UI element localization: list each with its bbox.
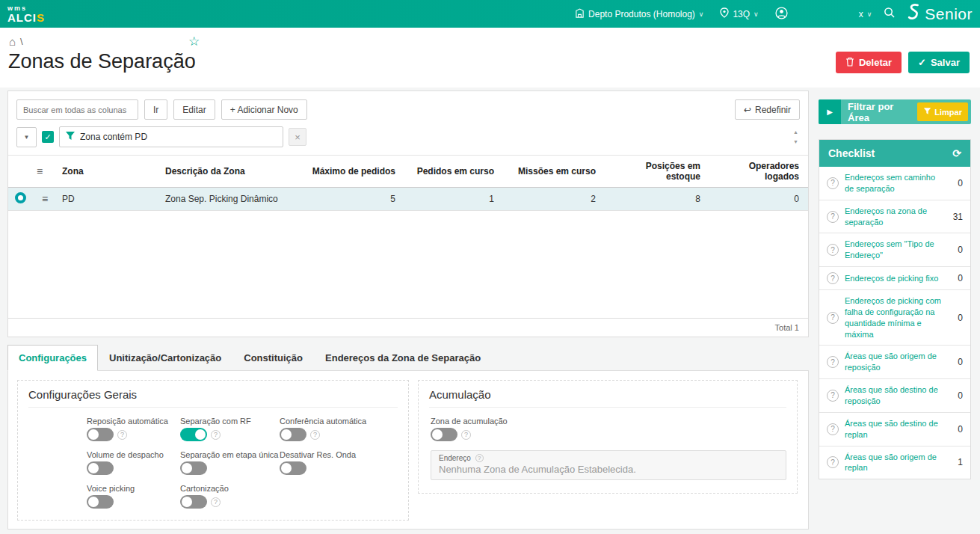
filter-by-area-button[interactable]: ▶ Filtrar por Área Limpar (819, 99, 971, 124)
reposicao-automatica-toggle[interactable] (87, 428, 114, 441)
checklist-count: 31 (951, 212, 963, 222)
cell-pedidos: 1 (404, 188, 503, 211)
depot-label: Depto Produtos (Homolog) (588, 9, 695, 19)
column-maximo[interactable]: Máximo de pedidos (295, 156, 404, 188)
table-row[interactable]: ≡ PD Zona Sep. Picking Dinâmico 5 1 2 8 … (8, 188, 808, 211)
column-missoes[interactable]: Missões em curso (503, 156, 605, 188)
voice-picking-toggle[interactable] (87, 495, 114, 509)
clear-filter-icon[interactable]: × (289, 128, 306, 146)
search-input[interactable] (16, 99, 138, 120)
tab-unitizacao-cartonizacao[interactable]: Unitização/Cartonização (98, 345, 232, 370)
checklist-item[interactable]: ? Áreas que são destino de replan 0 (819, 413, 970, 446)
desativar-res-onda-toggle[interactable] (280, 461, 306, 475)
checklist-count: 0 (951, 357, 963, 367)
filter-enabled-checkbox[interactable]: ✓ (42, 131, 54, 143)
save-button[interactable]: ✓ Salvar (908, 52, 970, 73)
refresh-icon[interactable]: ⟳ (952, 147, 961, 159)
checklist-item[interactable]: ? Áreas que são origem de replan 1 (819, 446, 970, 479)
table-header-row: ≡ Zona Descrição da Zona Máximo de pedid… (8, 156, 808, 188)
alcis-logo[interactable]: wms ALCIS (7, 5, 45, 23)
cartonizacao-toggle[interactable] (180, 495, 207, 509)
conferencia-automatica-toggle[interactable] (280, 428, 306, 441)
chevron-down-icon: ∨ (867, 10, 872, 18)
toggle-block-cartonizacao: Cartonização ? (180, 484, 280, 509)
delete-button[interactable]: Deletar (836, 52, 902, 73)
depot-selector[interactable]: Depto Produtos (Homolog) ∨ (575, 8, 703, 20)
checklist-item[interactable]: ? Endereços de picking com falha de conf… (819, 290, 970, 346)
help-icon[interactable]: ? (310, 430, 320, 440)
help-icon[interactable]: ? (475, 454, 484, 462)
row-menu-icon[interactable]: ≡ (42, 193, 48, 205)
reset-icon: ↩ (744, 105, 751, 115)
filter-options-button[interactable]: ▼ (16, 127, 37, 147)
checklist-item[interactable]: ? Endereços sem caminho de separação 0 (819, 167, 970, 200)
separacao-rf-toggle[interactable] (180, 428, 207, 441)
checklist-panel: Checklist ⟳ ? Endereços sem caminho de s… (819, 139, 971, 479)
question-icon: ? (827, 272, 839, 284)
address-field: Endereço ? Nenhuma Zona de Acumulação Es… (431, 450, 786, 480)
reset-button[interactable]: ↩ Redefinir (735, 99, 800, 120)
checklist-title: Checklist (828, 147, 875, 159)
pin-icon (720, 7, 729, 20)
tab-content: Configurações Gerais Reposição automátic… (7, 370, 809, 530)
menu-column-header[interactable]: ≡ (32, 156, 58, 188)
radio-column-header (8, 156, 32, 188)
topbar: wms ALCIS Depto Produtos (Homolog) ∨ 13Q… (0, 0, 980, 28)
scroll-up-icon[interactable]: ▲ (793, 129, 798, 135)
checklist-item[interactable]: ? Endereços na zona de separação 31 (819, 200, 970, 234)
help-icon[interactable]: ? (461, 430, 471, 440)
home-icon[interactable]: ⌂ (9, 35, 16, 48)
logo-alcis: ALCIS (7, 12, 45, 23)
tab-constituicao[interactable]: Constituição (232, 345, 314, 370)
edit-button[interactable]: Editar (173, 99, 215, 120)
tabs-row: Configurações Unitização/Cartonização Co… (7, 345, 809, 370)
senior-logo[interactable]: Senior (907, 3, 973, 25)
warehouse-label: 13Q (733, 9, 750, 19)
search-icon[interactable] (884, 7, 895, 21)
senior-brand-label: Senior (925, 5, 973, 23)
tabs-section: Configurações Unitização/Cartonização Co… (7, 345, 809, 530)
zones-panel: Ir Editar + Adicionar Novo ↩ Redefinir ▼… (7, 90, 809, 337)
checklist-count: 0 (951, 390, 963, 401)
go-button[interactable]: Ir (144, 99, 167, 120)
checklist-item[interactable]: ? Endereços sem "Tipo de Endereço" 0 (819, 233, 970, 267)
question-icon: ? (827, 456, 839, 468)
right-sidebar: ▶ Filtrar por Área Limpar Checklist ⟳ ? … (819, 99, 971, 479)
tab-configuracoes[interactable]: Configurações (7, 345, 98, 371)
favorite-star-icon[interactable]: ☆ (188, 34, 200, 49)
checklist-item[interactable]: ? Áreas que são destino de reposição 0 (819, 379, 970, 413)
check-icon: ✓ (918, 57, 926, 68)
building-icon (575, 8, 585, 20)
add-new-button[interactable]: + Adicionar Novo (221, 99, 307, 120)
row-radio[interactable] (15, 192, 26, 203)
zona-acumulacao-toggle[interactable] (431, 428, 457, 441)
checklist-count: 0 (951, 273, 963, 283)
volume-despacho-toggle[interactable] (87, 461, 114, 475)
clear-area-filter-button[interactable]: Limpar (917, 102, 968, 121)
column-posicoes[interactable]: Posições em estoque (605, 156, 709, 188)
user-menu[interactable] (775, 7, 788, 22)
help-icon[interactable]: ? (211, 497, 221, 507)
scroll-down-icon[interactable]: ▼ (793, 139, 798, 144)
toggle-block-volume-despacho: Volume de despacho (87, 450, 180, 475)
checklist-item[interactable]: ? Endereços de picking fixo 0 (819, 267, 970, 290)
help-icon[interactable]: ? (211, 430, 221, 440)
toggle-block-separacao-rf: Separação com RF ? (180, 417, 280, 441)
column-pedidos[interactable]: Pedidos em curso (404, 156, 503, 188)
filter-scrollbar: ▲ ▼ (793, 129, 800, 144)
column-descricao[interactable]: Descrição da Zona (161, 156, 295, 188)
checklist-count: 0 (951, 178, 963, 188)
column-operadores[interactable]: Operadores logados (709, 156, 808, 188)
breadcrumb-separator: \ (20, 36, 23, 47)
chevron-down-icon: ∨ (699, 10, 704, 18)
checklist-item[interactable]: ? Áreas que são origem de reposição 0 (819, 346, 970, 379)
question-icon: ? (827, 356, 839, 368)
tab-enderecos-zona[interactable]: Endereços da Zona de Separação (314, 345, 492, 370)
filter-input[interactable] (80, 132, 277, 142)
separacao-etapa-unica-toggle[interactable] (180, 461, 207, 475)
column-zona[interactable]: Zona (58, 156, 161, 188)
checklist-header: Checklist ⟳ (819, 140, 970, 167)
help-icon[interactable]: ? (117, 430, 127, 440)
language-selector[interactable]: x ∨ (859, 9, 872, 19)
warehouse-selector[interactable]: 13Q ∨ (720, 7, 758, 20)
